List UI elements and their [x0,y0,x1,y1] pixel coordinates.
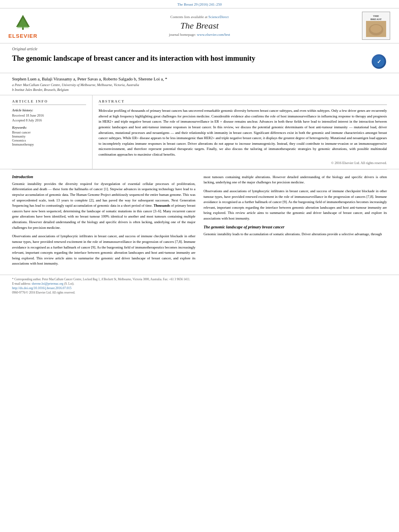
page: The Breast 29 (2016) 241–250 ELSEVIER Co… [0,0,399,532]
affiliation-a: a Peter MacCallum Cancer Centre, Univers… [12,83,387,87]
main-content: Introduction Genomic instability provide… [0,170,399,275]
introduction-para-1: Genomic instability provides the diversi… [12,181,195,231]
accepted-text: Accepted 8 July 2016 [12,118,86,122]
breast-logo-image [366,21,386,37]
svg-text:✓: ✓ [377,59,381,65]
contents-line: Contents lists available at ScienceDirec… [171,15,229,19]
journal-homepage: journal homepage: www.elsevier.com/brst [169,33,230,37]
elsevier-text: ELSEVIER [8,33,37,39]
abstract-header: ABSTRACT [99,99,387,105]
article-info-col: ARTICLE INFO Article history: Received 1… [12,95,93,169]
breast-logo-container: THEBREAST [358,12,394,40]
email-link[interactable]: sherene.loi@petermac.org [32,282,64,286]
article-type: Original article [0,43,399,52]
breast-journal-logo: THEBREAST [362,12,390,40]
genomic-landscape-title: The genomic landscape of primary breast … [204,225,387,229]
genomic-landscape-para: Genomic instability leads to the accumul… [204,232,387,237]
abstract-col: ABSTRACT Molecular profiling of thousand… [93,95,387,169]
introduction-para-2: Observations and associations of lymphoc… [12,234,195,267]
journal-info-center: Contents lists available at ScienceDirec… [45,15,354,37]
citation-text: The Breast 29 (2016) 241–250 [177,2,222,6]
keyword-2: Immunity [12,134,86,138]
article-info-abstract: ARTICLE INFO Article history: Received 1… [0,95,399,169]
keyword-4: Immunotherapy [12,142,86,146]
journal-header: ELSEVIER Contents lists available at Sci… [0,8,399,43]
issn-line: 0960-9776/© 2016 Elsevier Ltd. All right… [12,291,387,294]
sciencedirect-link[interactable]: ScienceDirect [208,15,228,19]
email-footnote: E-mail address: sherene.loi@petermac.org… [12,282,387,286]
observations-para: Observations and associations of lymphoc… [204,189,387,222]
copyright-line: © 2016 Elsevier Ltd. All rights reserved… [99,161,387,165]
affiliation-b: b Institut Jules Bordet, Brussels, Belgi… [12,88,387,92]
doi-line[interactable]: http://dx.doi.org/10.1016/j.breast.2016.… [12,286,387,290]
footer: * Corresponding author. Peter MacCallum … [0,275,399,294]
keywords-label: Keywords: [12,125,86,129]
crossmark-icon: ✓ [372,54,386,69]
footnote-star: * Corresponding author. Peter MacCallum … [12,277,387,281]
journal-title: The Breast [180,21,218,31]
main-right-col: most tumours containing multiple alterat… [204,170,387,275]
authors-section: Stephen Luen a, Balaji Virassamy a, Pete… [0,73,399,95]
elsevier-logo-container: ELSEVIER [5,13,41,39]
keyword-3: Genomics [12,138,86,142]
history-label: Article history: [12,108,86,112]
introduction-title: Introduction [12,175,195,179]
received-text: Received 18 June 2016 [12,113,86,117]
svg-point-6 [370,25,382,33]
main-left-col: Introduction Genomic instability provide… [12,170,195,275]
article-info-header: ARTICLE INFO [12,99,86,105]
article-title: The genomic landscape of breast cancer a… [12,53,371,63]
homepage-url[interactable]: www.elsevier.com/brst [197,33,230,37]
elsevier-tree-icon [9,13,37,33]
abstract-text: Molecular profiling of thousands of prim… [99,108,387,158]
thousands-text: Thousands [154,203,170,207]
authors-line: Stephen Luen a, Balaji Virassamy a, Pete… [12,76,387,81]
keyword-1: Breast cancer [12,130,86,134]
citation-bar: The Breast 29 (2016) 241–250 [0,0,399,8]
intro-para-continued: most tumours containing multiple alterat… [204,175,387,185]
article-title-section: The genomic landscape of breast cancer a… [0,52,399,73]
crossmark-badge[interactable]: ✓ [371,53,387,70]
